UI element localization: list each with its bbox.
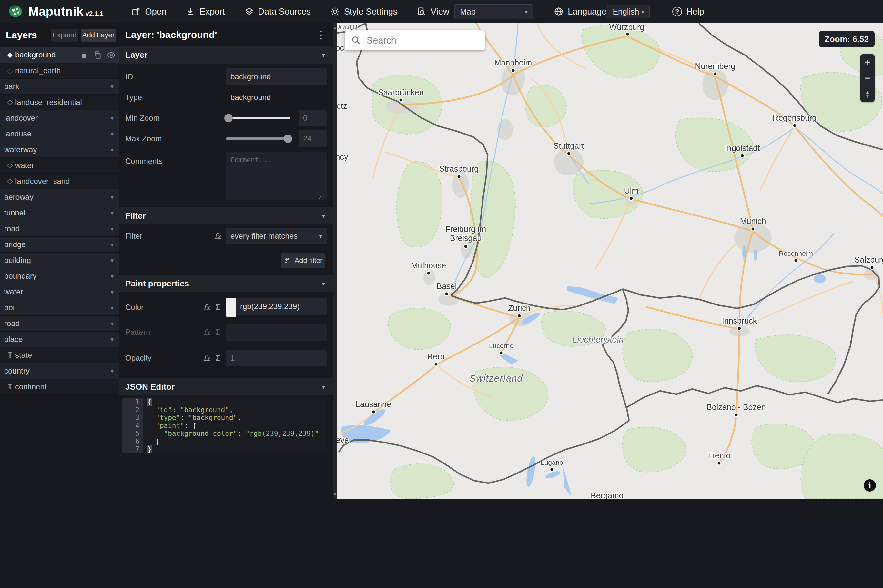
- sigma-icon[interactable]: Σ: [216, 354, 220, 363]
- zoom-out-button[interactable]: −: [860, 70, 875, 87]
- layer-list-item[interactable]: ◇natural_earth: [0, 63, 119, 79]
- max-zoom-slider[interactable]: [226, 137, 290, 140]
- chevron-down-icon[interactable]: ▾: [110, 257, 114, 264]
- city-dot: [741, 154, 744, 158]
- section-json-header[interactable]: JSON Editor ▾: [119, 378, 333, 396]
- sigma-icon[interactable]: Σ: [216, 328, 220, 337]
- view-label: View: [431, 7, 449, 17]
- editor-scrollbar[interactable]: ▲ ▼: [333, 23, 337, 499]
- fx-icon[interactable]: fx: [214, 232, 221, 240]
- chevron-down-icon[interactable]: ▾: [110, 273, 114, 280]
- color-label: Color: [125, 303, 144, 312]
- section-paint-header[interactable]: Paint properties ▾: [119, 275, 333, 292]
- text-layer-icon: T: [5, 351, 15, 360]
- layer-list-item[interactable]: ◇landcover_sand: [0, 174, 119, 189]
- search-input[interactable]: [366, 35, 477, 46]
- layer-actions: [80, 51, 116, 59]
- scroll-down-icon[interactable]: ▼: [333, 492, 337, 497]
- kebab-menu-icon[interactable]: ⋮: [316, 29, 326, 41]
- slider-handle[interactable]: [224, 114, 233, 122]
- layer-name: boundary: [4, 272, 36, 280]
- open-button[interactable]: Open: [131, 7, 166, 17]
- layer-list-item[interactable]: road▾: [0, 316, 119, 332]
- color-swatch[interactable]: [226, 298, 236, 317]
- layer-list-item[interactable]: road▾: [0, 221, 119, 237]
- add-filter-button[interactable]: Add filter: [281, 253, 325, 268]
- filter-select[interactable]: every filter matches ▾: [226, 228, 327, 244]
- layer-list-item[interactable]: bridge▾: [0, 237, 119, 252]
- layer-list-item[interactable]: place▾: [0, 332, 119, 347]
- zoom-in-button[interactable]: +: [860, 54, 875, 70]
- chevron-down-icon[interactable]: ▾: [110, 146, 114, 153]
- slider-handle[interactable]: [284, 135, 292, 143]
- chevron-down-icon[interactable]: ▾: [110, 225, 114, 232]
- chevron-down-icon[interactable]: ▾: [110, 114, 114, 122]
- chevron-down-icon[interactable]: ▾: [110, 336, 114, 343]
- layer-list-item[interactable]: landcover▾: [0, 110, 119, 126]
- trash-icon[interactable]: [80, 51, 89, 59]
- layer-list-item[interactable]: Tstate: [0, 347, 119, 363]
- map-view[interactable]: WürzburgMannheimNurembergSaarbrückenetzR…: [337, 23, 883, 499]
- type-value: background: [230, 93, 271, 102]
- map-city-label: eva: [337, 435, 349, 445]
- layer-list-item[interactable]: park▾: [0, 79, 119, 94]
- duplicate-icon[interactable]: [93, 51, 102, 59]
- add-filter-label: Add filter: [295, 256, 323, 265]
- chevron-down-icon[interactable]: ▾: [110, 194, 114, 201]
- chevron-down-icon[interactable]: ▾: [110, 304, 114, 312]
- layer-list-item[interactable]: landuse▾: [0, 126, 119, 142]
- layer-list-item[interactable]: building▾: [0, 252, 119, 268]
- visibility-icon[interactable]: [107, 51, 116, 59]
- chevron-down-icon[interactable]: ▾: [110, 83, 114, 90]
- layer-list-item[interactable]: boundary▾: [0, 268, 119, 284]
- layer-list-item[interactable]: aeroway▾: [0, 189, 119, 205]
- section-layer-header[interactable]: Layer ▾: [119, 46, 333, 63]
- fx-icon[interactable]: fx: [203, 354, 210, 362]
- layer-list-item[interactable]: water▾: [0, 284, 119, 300]
- fx-icon[interactable]: fx: [203, 328, 210, 336]
- style-settings-button[interactable]: Style Settings: [330, 7, 397, 17]
- chevron-down-icon[interactable]: ▾: [110, 288, 114, 296]
- min-zoom-slider[interactable]: [226, 117, 290, 119]
- map-city-label: Bern: [428, 352, 445, 361]
- city-dot: [435, 363, 438, 366]
- layer-list-item[interactable]: country▾: [0, 363, 119, 379]
- chevron-down-icon[interactable]: ▾: [110, 209, 114, 217]
- json-code-editor[interactable]: 1{2 "id": "background",3 "type": "backgr…: [122, 398, 327, 453]
- layer-list-item[interactable]: poi▾: [0, 300, 119, 316]
- chevron-down-icon[interactable]: ▾: [110, 368, 114, 375]
- layer-name: water: [15, 161, 34, 170]
- help-button[interactable]: ? Help: [672, 7, 704, 17]
- comments-textarea[interactable]: Comment...: [226, 152, 327, 200]
- pattern-input[interactable]: [226, 324, 327, 340]
- layer-list-item[interactable]: tunnel▾: [0, 205, 119, 221]
- chevron-down-icon[interactable]: ▾: [110, 320, 114, 327]
- layer-list-item[interactable]: Tcontinent: [0, 379, 119, 395]
- layer-list-item[interactable]: ◇water: [0, 158, 119, 174]
- id-input[interactable]: background: [226, 68, 327, 85]
- color-input[interactable]: rgb(239,239,239): [236, 298, 327, 315]
- expand-button[interactable]: Expand: [51, 29, 78, 42]
- data-sources-button[interactable]: Data Sources: [244, 7, 311, 17]
- language-select[interactable]: English ▾: [607, 5, 650, 18]
- max-zoom-input[interactable]: 24: [299, 130, 327, 147]
- layer-list-item[interactable]: waterway▾: [0, 142, 119, 158]
- view-select[interactable]: Map ▾: [454, 4, 533, 19]
- opacity-input[interactable]: 1: [226, 350, 327, 366]
- chevron-down-icon[interactable]: ▾: [110, 241, 114, 248]
- layer-list-item[interactable]: ◆background: [0, 47, 119, 63]
- attribution-info-button[interactable]: i: [863, 479, 876, 492]
- topbar-menu: Open Export Data Sources Style Settings: [131, 4, 724, 19]
- chevron-down-icon[interactable]: ▾: [110, 130, 114, 138]
- export-button[interactable]: Export: [186, 7, 225, 17]
- scroll-up-icon[interactable]: ▲: [333, 25, 337, 30]
- filter-select-value: every filter matches: [230, 232, 297, 241]
- min-zoom-input[interactable]: 0: [299, 110, 327, 126]
- add-layer-button[interactable]: Add Layer: [81, 29, 116, 42]
- fx-icon[interactable]: fx: [203, 303, 210, 312]
- json-line: 7}: [122, 446, 327, 453]
- section-filter-header[interactable]: Filter ▾: [119, 207, 333, 225]
- sigma-icon[interactable]: Σ: [216, 303, 220, 312]
- layer-list-item[interactable]: ◇landuse_residential: [0, 94, 119, 110]
- tilt-control-button[interactable]: ▲ ▼: [860, 87, 875, 102]
